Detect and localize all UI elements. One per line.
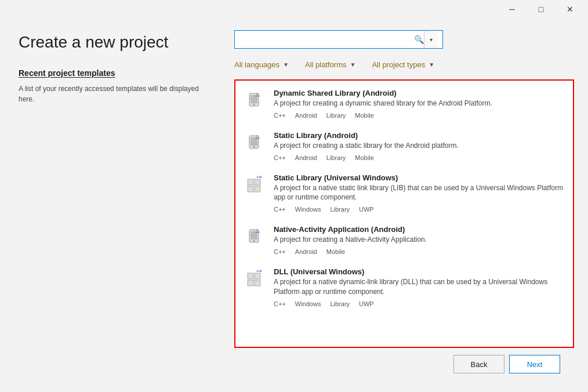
template-icon: ++ +	[245, 175, 266, 195]
platform-filter-label: All platforms	[305, 60, 347, 69]
template-name: Dynamic Shared Library (Android)	[274, 89, 564, 97]
template-tag: UWP	[359, 206, 374, 213]
svg-text:+: +	[260, 175, 262, 179]
language-filter-chevron: ▼	[283, 61, 289, 68]
template-tag: C++	[274, 154, 286, 161]
svg-text:+: +	[256, 134, 259, 137]
platform-filter-dropdown[interactable]: All platforms ▼	[305, 58, 360, 71]
right-panel: 🔍 ▾ All languages ▼ All platforms ▼ All …	[220, 19, 588, 392]
template-tag: Library	[326, 154, 346, 161]
template-name: Static Library (Universal Windows)	[274, 173, 564, 182]
template-item[interactable]: ++ + Native-Activity Application (Androi…	[235, 219, 573, 262]
page-title: Create a new project	[19, 32, 202, 52]
svg-rect-12	[248, 186, 253, 192]
template-item[interactable]: ++ + Static Library (Android)A project f…	[235, 125, 573, 168]
projecttype-filter-label: All project types	[372, 60, 425, 69]
templates-list: ++ + Dynamic Shared Library (Android)A p…	[234, 79, 574, 348]
template-tag: Android	[295, 154, 317, 161]
template-icon: ++ +	[245, 90, 266, 111]
svg-text:+: +	[260, 269, 262, 273]
main-container: Create a new project Recent project temp…	[0, 19, 588, 392]
template-desc: A project for creating a static library …	[274, 141, 564, 151]
template-tag: Windows	[295, 206, 321, 213]
template-tag: C++	[274, 248, 286, 255]
template-tag: Android	[295, 248, 317, 255]
svg-rect-11	[255, 179, 260, 185]
template-tag: UWP	[359, 300, 374, 307]
search-box: 🔍 ▾	[234, 30, 443, 49]
search-dropdown-button[interactable]: ▾	[424, 31, 438, 48]
svg-text:+: +	[256, 228, 259, 231]
template-icon: ++ +	[245, 226, 266, 247]
back-button[interactable]: Back	[453, 355, 504, 373]
template-content: Static Library (Universal Windows)A proj…	[274, 173, 564, 213]
template-tag: Windows	[295, 300, 321, 307]
svg-rect-24	[255, 280, 260, 286]
template-content: Dynamic Shared Library (Android)A projec…	[274, 89, 564, 119]
search-icon: 🔍	[414, 35, 424, 44]
template-tags: C++WindowsLibraryUWP	[274, 206, 564, 213]
template-tag: Library	[330, 206, 350, 213]
template-icon: ++ +	[245, 268, 266, 289]
template-name: Static Library (Android)	[274, 131, 564, 140]
svg-point-7	[253, 146, 255, 147]
template-desc: A project for a native dynamic-link libr…	[274, 277, 564, 297]
projecttype-filter-chevron: ▼	[429, 61, 434, 68]
recent-templates-heading: Recent project templates	[19, 68, 202, 78]
svg-rect-10	[248, 179, 253, 185]
template-desc: A project for a native static link libra…	[274, 183, 564, 203]
template-tag: Mobile	[355, 154, 373, 161]
svg-rect-22	[255, 273, 260, 279]
template-tag: Library	[330, 300, 350, 307]
svg-rect-23	[248, 280, 253, 286]
template-name: Native-Activity Application (Android)	[274, 225, 564, 234]
svg-rect-13	[255, 186, 260, 192]
search-input[interactable]	[239, 35, 412, 44]
projecttype-filter-dropdown[interactable]: All project types ▼	[372, 58, 439, 71]
close-button[interactable]: ✕	[557, 0, 583, 19]
svg-point-2	[253, 104, 255, 106]
template-desc: A project for creating a dynamic shared …	[274, 99, 564, 108]
svg-text:+: +	[256, 92, 259, 95]
language-filter-label: All languages	[234, 60, 280, 69]
template-tag: C++	[274, 206, 286, 213]
template-content: DLL (Universal Windows)A project for a n…	[274, 267, 564, 307]
template-item[interactable]: ++ + Dynamic Shared Library (Android)A p…	[235, 83, 573, 125]
next-button[interactable]: Next	[509, 355, 560, 373]
minimize-button[interactable]: ─	[499, 0, 525, 19]
footer: Back Next	[234, 348, 574, 383]
left-panel: Create a new project Recent project temp…	[0, 19, 220, 392]
template-tag: Android	[295, 112, 317, 119]
template-item[interactable]: ++ + DLL (Universal Windows)A project fo…	[235, 262, 573, 314]
template-name: DLL (Universal Windows)	[274, 267, 564, 276]
template-content: Static Library (Android)A project for cr…	[274, 131, 564, 161]
template-tag: Library	[326, 112, 346, 119]
search-row: 🔍 ▾	[234, 30, 574, 49]
restore-button[interactable]: □	[528, 0, 554, 19]
title-bar: ─ □ ✕	[0, 0, 588, 19]
template-item[interactable]: ++ + Static Library (Universal Windows)A…	[235, 168, 573, 220]
template-tag: C++	[274, 112, 286, 119]
language-filter-dropdown[interactable]: All languages ▼	[234, 58, 293, 71]
template-tags: C++AndroidLibraryMobile	[274, 112, 564, 119]
template-tag: Mobile	[355, 112, 373, 119]
platform-filter-chevron: ▼	[350, 61, 356, 68]
template-content: Native-Activity Application (Android)A p…	[274, 225, 564, 255]
template-tags: C++AndroidMobile	[274, 248, 564, 255]
template-tag: C++	[274, 300, 286, 307]
template-icon: ++ +	[245, 132, 266, 153]
svg-rect-21	[248, 273, 253, 279]
template-tag: Mobile	[326, 248, 345, 255]
template-desc: A project for creating a Native-Activity…	[274, 235, 564, 245]
recent-templates-desc: A list of your recently accessed templat…	[19, 84, 202, 104]
svg-point-18	[253, 240, 255, 242]
template-tags: C++AndroidLibraryMobile	[274, 154, 564, 161]
filters-row: All languages ▼ All platforms ▼ All proj…	[234, 58, 574, 71]
template-tags: C++WindowsLibraryUWP	[274, 300, 564, 307]
